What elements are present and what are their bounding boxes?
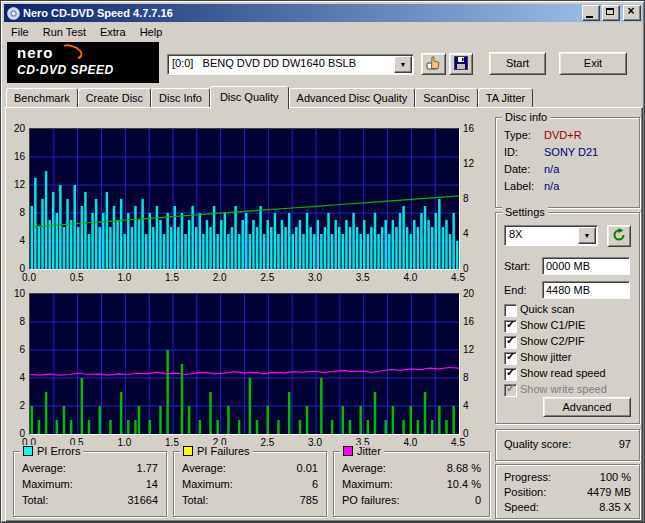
speed-select[interactable]: 8X ▼ — [504, 225, 598, 246]
nero-brand-text: nero — [17, 44, 54, 61]
stat-label: Total: — [182, 494, 208, 506]
stat-label: Average: — [342, 462, 386, 474]
minimize-icon — [586, 16, 593, 18]
disc-info-label: Type: — [504, 129, 531, 141]
end-position-label: End: — [504, 284, 527, 296]
pi-errors-chart — [29, 128, 460, 270]
progress-value: 100 % — [600, 471, 631, 483]
drive-select-value: [0:0] BENQ DVD DD DW1640 BSLB — [172, 57, 356, 69]
stat-title: PI Errors — [37, 445, 80, 457]
hand-disc-icon — [426, 56, 442, 71]
stat-value: 31664 — [127, 494, 158, 506]
stat-value: 8.68 % — [447, 462, 481, 474]
tab-disc-info[interactable]: Disc Info — [151, 88, 210, 107]
end-position-input[interactable] — [542, 281, 630, 299]
stat-swatch — [343, 446, 353, 456]
disc-info-value: n/a — [544, 180, 559, 192]
minimize-button[interactable] — [582, 5, 600, 21]
tab-ta-jitter[interactable]: TA Jitter — [478, 88, 534, 107]
titlebar: Nero CD-DVD Speed 4.7.7.16 × — [4, 4, 643, 22]
stat-label: Maximum: — [342, 478, 393, 490]
menu-run-test[interactable]: Run Test — [36, 25, 93, 39]
checkbox-show-c1-pie[interactable] — [504, 320, 517, 333]
pi-failures-jitter-chart — [29, 293, 460, 435]
position-label: Position: — [504, 486, 546, 498]
chevron-down-icon[interactable]: ▼ — [578, 227, 596, 244]
checkbox-show-c2-pif[interactable] — [504, 336, 517, 349]
stat-value: 785 — [300, 494, 318, 506]
stat-title: Jitter — [357, 445, 381, 457]
nero-logo: nero CD·DVD SPEED — [7, 42, 159, 83]
tab-create-disc[interactable]: Create Disc — [78, 88, 151, 107]
menu-extra[interactable]: Extra — [93, 25, 133, 39]
exit-button[interactable]: Exit — [559, 52, 627, 75]
stat-value: 10.4 % — [447, 478, 481, 490]
quality-score-label: Quality score: — [504, 438, 571, 450]
save-button[interactable] — [449, 53, 473, 75]
quality-score-group: Quality score: 97 — [495, 429, 640, 461]
save-icon — [454, 56, 468, 70]
quality-score-value: 97 — [619, 438, 631, 450]
advanced-button[interactable]: Advanced — [543, 397, 631, 417]
refresh-button[interactable] — [607, 225, 631, 247]
stat-swatch — [23, 446, 33, 456]
speed-label: Speed: — [504, 501, 539, 513]
nero-product-text: CD·DVD SPEED — [17, 63, 114, 77]
speed-select-value: 8X — [509, 228, 522, 240]
eject-disc-button[interactable] — [421, 53, 446, 75]
disc-info-label: ID: — [504, 146, 518, 158]
stat-label: PO failures: — [342, 494, 399, 506]
settings-group: Settings 8X ▼ Start: End: Quick scan Sho… — [495, 212, 640, 424]
tab-disc-quality[interactable]: Disc Quality — [210, 86, 289, 109]
menu-help[interactable]: Help — [133, 25, 170, 39]
settings-title: Settings — [502, 206, 548, 219]
stat-value: 0.01 — [297, 462, 318, 474]
pi-errors-stats-group: PI Errors Average:1.77 Maximum:14 Total:… — [13, 451, 167, 517]
checkbox-quick-scan[interactable] — [504, 304, 517, 317]
disc-info-label: Label: — [504, 180, 534, 192]
stat-label: Average: — [182, 462, 226, 474]
disc-info-value: DVD+R — [544, 129, 582, 141]
start-position-label: Start: — [504, 260, 530, 272]
disc-info-label: Date: — [504, 163, 530, 175]
checkbox-show-jitter[interactable] — [504, 352, 517, 365]
stat-value: 14 — [146, 478, 158, 490]
checkbox-show-write-speed — [504, 384, 517, 397]
progress-group: Progress:100 % Position:4479 MB Speed:8.… — [495, 464, 640, 519]
close-icon: × — [624, 4, 638, 18]
tab-scandisc[interactable]: ScanDisc — [415, 88, 477, 107]
progress-label: Progress: — [504, 471, 551, 483]
stat-label: Maximum: — [182, 478, 233, 490]
disc-info-group: Disc info Type:DVD+R ID:SONY D21 Date:n/… — [495, 117, 640, 208]
stat-value: 0 — [475, 494, 481, 506]
tab-advanced-disc-quality[interactable]: Advanced Disc Quality — [289, 88, 416, 107]
speed-value: 8.35 X — [599, 501, 631, 513]
window-title: Nero CD-DVD Speed 4.7.7.16 — [23, 7, 580, 19]
stat-swatch — [183, 446, 193, 456]
disc-info-value: n/a — [544, 163, 559, 175]
stat-label: Total: — [22, 494, 48, 506]
jitter-stats-group: Jitter Average:8.68 % Maximum:10.4 % PO … — [333, 451, 490, 517]
stat-label: Average: — [22, 462, 66, 474]
chevron-down-icon[interactable]: ▼ — [394, 56, 412, 73]
disc-info-title: Disc info — [502, 111, 550, 124]
drive-select[interactable]: [0:0] BENQ DVD DD DW1640 BSLB ▼ — [167, 54, 414, 75]
nero-swoosh-icon — [57, 42, 84, 62]
pi-failures-stats-group: PI Failures Average:0.01 Maximum:6 Total… — [173, 451, 327, 517]
tabstrip: BenchmarkCreate DiscDisc InfoDisc Qualit… — [6, 88, 533, 110]
start-position-input[interactable] — [542, 257, 630, 275]
stat-value: 6 — [312, 478, 318, 490]
checkbox-show-read-speed[interactable] — [504, 368, 517, 381]
start-button[interactable]: Start — [489, 52, 546, 75]
stat-label: Maximum: — [22, 478, 73, 490]
stat-title: PI Failures — [197, 445, 250, 457]
maximize-icon — [606, 8, 614, 15]
menubar: File Run Test Extra Help — [4, 23, 643, 40]
close-button[interactable]: × — [623, 5, 641, 21]
app-icon — [7, 7, 20, 20]
menu-file[interactable]: File — [4, 25, 36, 39]
tab-benchmark[interactable]: Benchmark — [6, 88, 78, 107]
maximize-button[interactable] — [602, 5, 620, 21]
stat-value: 1.77 — [137, 462, 158, 474]
disc-info-value: SONY D21 — [544, 146, 598, 158]
